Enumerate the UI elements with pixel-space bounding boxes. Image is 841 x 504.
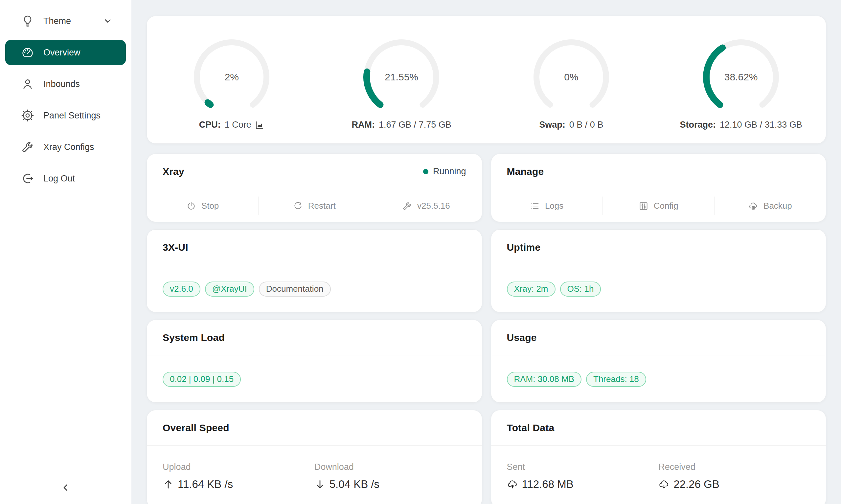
version-tag[interactable]: v2.6.0 [162,282,201,296]
sidebar-item-label: Xray Configs [44,142,94,152]
download-stat: Download 5.04 KB /s [314,462,466,490]
sidebar-item-theme[interactable]: Theme [5,8,126,34]
xray-restart-button[interactable]: Restart [258,197,370,215]
xray-status: Running [423,166,466,177]
arrow-up-icon [162,479,174,490]
overall-speed-card: Overall Speed Upload 11.64 KB /s Downloa… [147,410,482,504]
xray-version-button[interactable]: v25.5.16 [370,197,482,215]
sidebar-item-label: Panel Settings [44,111,101,121]
system-gauges-card: 2% CPU: 1 Core 21.55% RAM: 1.67 GB / 7 [147,16,826,144]
usage-card: Usage RAM: 30.08 MB Threads: 18 [491,320,826,402]
received-stat: Received 22.26 GB [658,462,810,490]
gauge-cpu: 2% CPU: 1 Core [147,16,317,143]
uptime-card-title: Uptime [507,242,541,253]
swap-percent: 0% [531,37,611,117]
cpu-label: CPU: 1 Core [199,120,264,130]
status-dot [423,169,428,174]
cloud-download-icon [658,479,670,490]
documentation-tag[interactable]: Documentation [259,282,331,296]
list-icon [530,201,540,211]
load-average-tag: 0.02 | 0.09 | 0.15 [162,372,241,387]
sidebar-item-label: Log Out [44,174,75,184]
total-data-card-title: Total Data [507,422,554,433]
overall-speed-card-title: Overall Speed [162,422,229,433]
wrench-icon [402,201,412,211]
uptime-card: Uptime Xray: 2m OS: 1h [491,229,826,312]
main-content: 2% CPU: 1 Core 21.55% RAM: 1.67 GB / 7 [132,0,841,504]
ram-usage-tag: RAM: 30.08 MB [507,372,582,387]
control-icon [639,201,649,211]
dashboard-icon [21,46,34,59]
sidebar-item-panel-settings[interactable]: Panel Settings [5,103,126,128]
cloud-upload-icon [507,479,518,490]
chevron-left-icon [60,482,71,493]
threads-tag: Threads: 18 [586,372,646,387]
swap-label: Swap: 0 B / 0 B [539,120,603,130]
total-data-card: Total Data Sent 112.68 MB Received [491,410,826,504]
sidebar-item-inbounds[interactable]: Inbounds [5,72,126,96]
ram-label: RAM: 1.67 GB / 7.75 GB [352,120,451,130]
chevron-down-icon [102,15,113,26]
manage-backup-button[interactable]: Backup [714,197,826,215]
storage-label: Storage: 12.10 GB / 31.33 GB [680,120,802,130]
sent-value: 112.68 MB [522,478,573,490]
xrayui-tag[interactable]: @XrayUI [205,282,254,296]
sidebar-item-label: Theme [44,16,71,26]
xray-card: Xray Running Stop Restart [147,154,482,222]
gauge-storage: 38.62% Storage: 12.10 GB / 31.33 GB [656,16,826,143]
sidebar-item-label: Overview [44,48,81,58]
manage-card: Manage Logs Config [491,154,826,222]
status-text: Running [433,166,466,177]
cloud-server-icon [748,201,758,211]
manage-card-title: Manage [507,166,544,177]
sidebar-item-label: Inbounds [44,79,80,89]
system-load-card: System Load 0.02 | 0.09 | 0.15 [147,320,482,402]
sidebar-item-overview[interactable]: Overview [5,40,126,65]
restart-icon [293,201,303,211]
manage-config-button[interactable]: Config [602,197,714,215]
sidebar: Theme Overview Inbounds Panel Settings [0,0,132,504]
xui-card-title: 3X-UI [162,242,188,253]
manage-logs-button[interactable]: Logs [491,197,602,215]
gear-icon [21,109,34,122]
received-value: 22.26 GB [673,478,719,490]
gauge-swap: 0% Swap: 0 B / 0 B [486,16,656,143]
sidebar-item-log-out[interactable]: Log Out [5,166,126,191]
upload-stat: Upload 11.64 KB /s [162,462,314,490]
os-uptime-tag: OS: 1h [560,282,601,296]
logout-icon [21,172,34,185]
download-value: 5.04 KB /s [329,478,379,490]
usage-card-title: Usage [507,332,537,343]
system-load-card-title: System Load [162,332,225,343]
wrench-icon [21,141,34,154]
area-chart-icon[interactable] [255,120,264,130]
sent-stat: Sent 112.68 MB [507,462,659,490]
xray-uptime-tag: Xray: 2m [507,282,555,296]
xui-card: 3X-UI v2.6.0 @XrayUI Documentation [147,229,482,312]
xray-stop-button[interactable]: Stop [147,197,258,215]
cpu-percent: 2% [191,37,272,117]
ram-percent: 21.55% [361,37,442,117]
bulb-icon [21,15,34,28]
gauge-ram: 21.55% RAM: 1.67 GB / 7.75 GB [317,16,486,143]
storage-percent: 38.62% [701,37,781,117]
xray-card-title: Xray [162,166,184,177]
sidebar-collapse-button[interactable] [55,477,76,498]
sidebar-item-xray-configs[interactable]: Xray Configs [5,134,126,160]
upload-value: 11.64 KB /s [178,478,233,490]
arrow-down-icon [314,479,326,490]
user-icon [21,77,34,91]
power-icon [186,201,196,211]
